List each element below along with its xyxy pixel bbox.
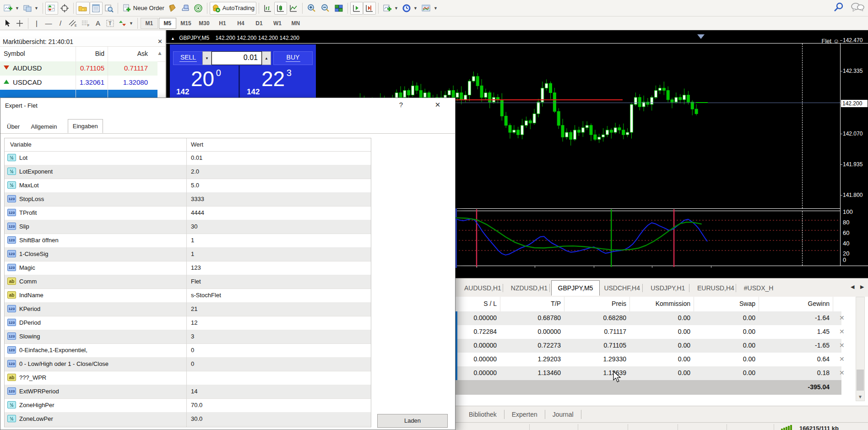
- scrollbar-thumb[interactable]: [857, 370, 864, 391]
- market-watch-row[interactable]: USDCAD1.320611.32080: [0, 76, 157, 90]
- variable-value[interactable]: 3: [191, 333, 194, 340]
- input-row[interactable]: ½ZoneHighPer70.0: [5, 398, 371, 413]
- chart-tab-usdchf-h4[interactable]: USDCHF,H4: [597, 282, 646, 294]
- timeframe-mn[interactable]: MN: [287, 18, 304, 29]
- variable-value[interactable]: 12: [191, 319, 197, 326]
- column-gewinn[interactable]: Gewinn: [775, 300, 830, 307]
- tabs-scroll-right-icon[interactable]: ▶: [860, 284, 864, 290]
- column-tp[interactable]: T/P: [506, 300, 561, 307]
- close-trade-icon[interactable]: ✕: [839, 328, 845, 335]
- input-row[interactable]: 123DPeriod12: [5, 316, 371, 330]
- text-tool-button[interactable]: A: [92, 17, 104, 30]
- sell-button[interactable]: SELL: [173, 51, 203, 65]
- input-row[interactable]: ab???_WPR: [5, 371, 371, 385]
- input-row[interactable]: ½LotExponent2.0: [5, 165, 371, 179]
- terminal-tab-journal[interactable]: Journal: [545, 411, 581, 418]
- table-scrollbar[interactable]: ▼: [856, 297, 865, 401]
- variable-value[interactable]: 0: [191, 347, 194, 354]
- connection-bars-icon[interactable]: [781, 425, 792, 430]
- column-swap[interactable]: Swap: [700, 300, 755, 307]
- volume-increase-button[interactable]: ▲: [262, 51, 271, 65]
- indicators-button[interactable]: ▼: [381, 2, 400, 15]
- variable-value[interactable]: 14: [191, 388, 197, 395]
- tabs-scroll-left-icon[interactable]: ◀: [851, 284, 854, 290]
- column-bid[interactable]: Bid: [95, 50, 104, 57]
- close-trade-icon[interactable]: ✕: [839, 369, 845, 376]
- history-center-button[interactable]: [166, 2, 179, 15]
- selected-symbol-row[interactable]: [0, 90, 157, 98]
- chevron-down-icon[interactable]: ▼: [434, 6, 438, 11]
- close-icon[interactable]: ✕: [157, 38, 163, 45]
- variable-value[interactable]: s-StochFlet: [191, 292, 221, 299]
- text-label-tool-button[interactable]: T: [104, 17, 117, 30]
- input-row[interactable]: 123Slip30: [5, 220, 371, 234]
- variable-value[interactable]: 21: [191, 305, 197, 312]
- signals-button[interactable]: [192, 2, 205, 15]
- column-symbol[interactable]: Symbol: [4, 50, 25, 57]
- chart-shift-button[interactable]: [58, 2, 71, 15]
- buy-price[interactable]: 142 22 3: [247, 66, 292, 97]
- cursor-tool-button[interactable]: [2, 17, 14, 30]
- tile-windows-button[interactable]: [332, 2, 345, 15]
- buy-button[interactable]: BUY: [273, 51, 313, 65]
- vertical-line-tool-button[interactable]: |: [31, 17, 43, 30]
- chevron-down-icon[interactable]: ▼: [129, 21, 133, 26]
- chart-tab--usdx-h[interactable]: #USDX_H: [738, 282, 780, 294]
- variable-value[interactable]: 30: [191, 223, 197, 230]
- timeframe-h1[interactable]: H1: [214, 18, 231, 29]
- search-icon[interactable]: [833, 2, 844, 13]
- red-level-line[interactable]: [456, 99, 623, 100]
- timeframe-m15[interactable]: M15: [177, 18, 195, 29]
- templates-button[interactable]: ▼: [419, 2, 439, 15]
- timeframe-h4[interactable]: H4: [232, 18, 250, 29]
- collapse-icon[interactable]: ▲: [171, 36, 175, 41]
- sell-price[interactable]: 142 20 0: [176, 66, 221, 97]
- trendline-tool-button[interactable]: /: [54, 17, 66, 30]
- timeframe-m1[interactable]: M1: [141, 18, 158, 29]
- input-row[interactable]: 1230 - Low/High oder 1 - Close/Close0: [5, 357, 371, 371]
- terminal-tab-experten[interactable]: Experten: [505, 411, 545, 418]
- favorites-button[interactable]: [76, 2, 90, 15]
- variable-value[interactable]: 1: [191, 237, 194, 244]
- chevron-down-icon[interactable]: ▼: [15, 6, 19, 11]
- dialog-tab-allgemein[interactable]: Allgemein: [26, 120, 61, 133]
- input-row[interactable]: 123StopLoss3333: [5, 192, 371, 207]
- load-button[interactable]: Laden: [377, 414, 448, 428]
- input-row[interactable]: ½Lot0.01: [5, 151, 371, 165]
- market-watch-toggle-button[interactable]: [90, 2, 103, 15]
- variable-value[interactable]: 5.0: [191, 182, 199, 189]
- chat-icon[interactable]: [851, 2, 864, 13]
- input-row[interactable]: 1231-CloseSig1: [5, 247, 371, 261]
- input-row[interactable]: 123ShiftBar öffnen1: [5, 234, 371, 248]
- input-row[interactable]: 123Magic123: [5, 261, 371, 275]
- chevron-down-icon[interactable]: ▼: [413, 6, 418, 11]
- profiles-button[interactable]: ▼: [21, 2, 40, 15]
- chart-tab-gbpjpy-m5[interactable]: GBPJPY,M5: [551, 280, 600, 296]
- dialog-tab-eingaben[interactable]: Eingaben: [68, 119, 103, 133]
- input-row[interactable]: ½ZoneLowPer30.0: [5, 412, 371, 426]
- periods-button[interactable]: ▼: [400, 2, 419, 15]
- variable-value[interactable]: Flet: [191, 278, 201, 285]
- autotrading-button[interactable]: AutoTrading: [210, 2, 256, 15]
- column-preis[interactable]: Preis: [571, 300, 626, 307]
- fibonacci-tool-button[interactable]: F: [79, 17, 92, 30]
- step-forward-button[interactable]: [350, 2, 363, 15]
- variable-value[interactable]: 70.0: [191, 402, 202, 408]
- column-kommission[interactable]: Kommission: [635, 300, 690, 307]
- new-chart-button[interactable]: ▼: [2, 2, 21, 15]
- variable-value[interactable]: 0: [191, 360, 194, 367]
- timeframe-m30[interactable]: M30: [195, 18, 213, 29]
- timeframe-d1[interactable]: D1: [250, 18, 268, 29]
- arrows-tool-button[interactable]: ▼: [117, 17, 135, 30]
- chevron-down-icon[interactable]: ▼: [394, 6, 398, 11]
- chart-tab-audusd-h1[interactable]: AUDUSD,H1: [458, 282, 508, 294]
- close-button[interactable]: ✕: [429, 98, 447, 112]
- stochastic-indicator-plot[interactable]: [456, 208, 840, 268]
- close-trade-icon[interactable]: ✕: [839, 342, 845, 349]
- variable-value[interactable]: 30.0: [191, 415, 202, 422]
- close-trade-icon[interactable]: ✕: [839, 355, 845, 363]
- input-row[interactable]: 123ExtWPRPeriod14: [5, 385, 371, 399]
- column-ask[interactable]: Ask: [137, 50, 148, 57]
- volume-decrease-button[interactable]: ▼: [202, 51, 212, 65]
- data-window-button[interactable]: [103, 2, 115, 15]
